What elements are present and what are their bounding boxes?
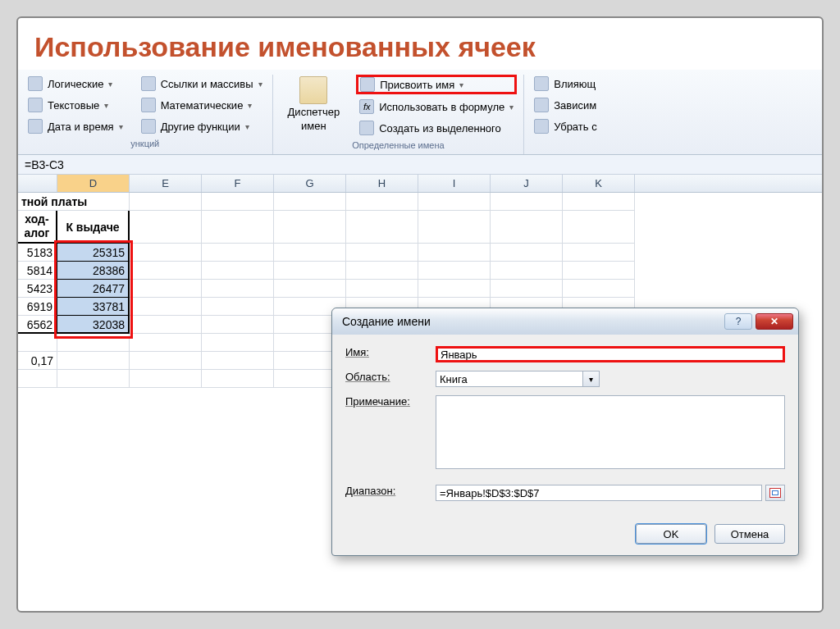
cell[interactable] (418, 244, 491, 262)
cell[interactable] (274, 244, 346, 262)
cell[interactable] (274, 193, 346, 211)
col-hdr-f[interactable]: F (202, 175, 274, 192)
cell[interactable] (491, 262, 563, 280)
cell[interactable] (346, 193, 418, 211)
collapse-dialog-button[interactable] (765, 485, 785, 501)
cell-c5[interactable]: 5423 (18, 280, 57, 298)
col-hdr-partial[interactable] (18, 175, 57, 192)
cell-d4[interactable]: 28386 (57, 262, 130, 280)
cell[interactable] (202, 211, 274, 244)
col-hdr-e[interactable]: E (130, 175, 202, 192)
label: Зависим (554, 99, 596, 112)
cell[interactable] (202, 244, 274, 262)
cell[interactable] (202, 262, 274, 280)
btn-name-manager[interactable]: Диспетчер имен (280, 75, 349, 134)
cell[interactable] (274, 280, 346, 298)
cell[interactable] (563, 262, 635, 280)
input-range[interactable] (436, 485, 762, 501)
btn-math[interactable]: Математические▾ (138, 96, 266, 114)
cell-hdr-d[interactable]: К выдаче (57, 211, 130, 244)
close-button[interactable]: ✕ (756, 313, 793, 330)
col-hdr-k[interactable]: K (563, 175, 635, 192)
btn-links[interactable]: Ссылки и массивы▾ (138, 75, 266, 93)
cell[interactable] (274, 262, 346, 280)
col-hdr-h[interactable]: H (346, 175, 418, 192)
cell[interactable] (346, 280, 418, 298)
cell[interactable] (202, 316, 274, 334)
cell[interactable] (346, 211, 418, 244)
cell[interactable] (274, 211, 346, 244)
btn-trace-precedents[interactable]: Влияющ (531, 75, 600, 93)
select-scope[interactable] (436, 371, 583, 387)
cell-hdr-c[interactable]: ход-алог (18, 211, 57, 244)
cell[interactable] (563, 211, 635, 244)
cell-ratio[interactable]: 0,17 (18, 352, 57, 370)
cell[interactable] (202, 370, 274, 388)
cell[interactable] (130, 298, 202, 316)
cell[interactable] (18, 370, 57, 388)
cell[interactable] (18, 334, 57, 352)
textarea-comment[interactable] (436, 395, 785, 469)
cell[interactable] (57, 352, 130, 370)
btn-logical[interactable]: Логические▾ (25, 75, 126, 93)
input-name[interactable] (436, 346, 785, 362)
cell[interactable] (418, 280, 491, 298)
cell[interactable] (491, 244, 563, 262)
cell[interactable] (491, 280, 563, 298)
cell-d3[interactable]: 25315 (57, 244, 130, 262)
cell[interactable] (57, 334, 130, 352)
cell[interactable] (418, 211, 491, 244)
cell[interactable] (202, 193, 274, 211)
cell[interactable] (130, 262, 202, 280)
formula-bar[interactable]: =B3-C3 (18, 155, 822, 175)
btn-other-funcs[interactable]: Другие функции▾ (138, 117, 266, 135)
cell[interactable] (491, 211, 563, 244)
help-button[interactable]: ? (724, 313, 752, 330)
cell[interactable] (563, 193, 635, 211)
dialog-titlebar[interactable]: Создание имени ? ✕ (332, 308, 798, 335)
cell[interactable] (130, 193, 202, 211)
cell-c6[interactable]: 6919 (18, 298, 57, 316)
cell[interactable] (130, 334, 202, 352)
btn-create-from-selection[interactable]: Создать из выделенного (356, 119, 517, 137)
cell[interactable] (418, 262, 491, 280)
cell-d7[interactable]: 32038 (57, 316, 130, 334)
label: Текстовые (48, 99, 99, 112)
btn-trace-dependents[interactable]: Зависим (531, 96, 600, 114)
cell[interactable] (202, 298, 274, 316)
cell[interactable] (130, 211, 202, 244)
col-hdr-i[interactable]: I (418, 175, 491, 192)
cell-c7[interactable]: 6562 (18, 316, 57, 334)
cell[interactable] (202, 334, 274, 352)
cell[interactable] (130, 352, 202, 370)
cell[interactable] (202, 280, 274, 298)
chevron-down-icon[interactable]: ▾ (583, 371, 600, 387)
cell[interactable] (346, 244, 418, 262)
cell[interactable] (418, 193, 491, 211)
cell[interactable] (130, 370, 202, 388)
col-hdr-d[interactable]: D (57, 175, 130, 192)
cell[interactable] (491, 193, 563, 211)
cancel-button[interactable]: Отмена (714, 524, 785, 544)
btn-define-name[interactable]: Присвоить имя▾ (356, 75, 517, 94)
cell-c3[interactable]: 5183 (18, 244, 57, 262)
cell-d6[interactable]: 33781 (57, 298, 130, 316)
btn-use-in-formula[interactable]: fxИспользовать в формуле▾ (356, 98, 517, 116)
ok-button[interactable]: OK (636, 524, 706, 544)
cell[interactable] (202, 352, 274, 370)
btn-date[interactable]: Дата и время▾ (25, 117, 126, 135)
cell[interactable] (563, 244, 635, 262)
cell-title[interactable]: тной платы (18, 193, 130, 211)
cell-c4[interactable]: 5814 (18, 262, 57, 280)
cell[interactable] (346, 262, 418, 280)
btn-remove-arrows[interactable]: Убрать с (531, 117, 600, 135)
cell[interactable] (130, 280, 202, 298)
cell[interactable] (130, 244, 202, 262)
cell[interactable] (57, 370, 130, 388)
cell-d5[interactable]: 26477 (57, 280, 130, 298)
col-hdr-g[interactable]: G (274, 175, 346, 192)
cell[interactable] (130, 316, 202, 334)
btn-text[interactable]: Текстовые▾ (25, 96, 126, 114)
cell[interactable] (563, 280, 635, 298)
col-hdr-j[interactable]: J (491, 175, 563, 192)
